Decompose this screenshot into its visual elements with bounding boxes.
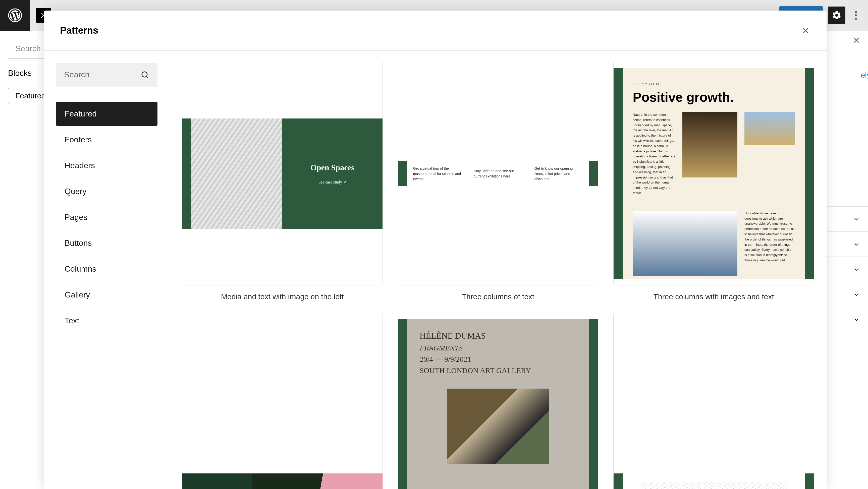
pattern-label: Three columns with images and text — [613, 292, 814, 301]
modal-title: Patterns — [60, 25, 98, 36]
pattern-preview-title: Open Spaces — [310, 163, 354, 172]
pattern-preview-text: Nature, in the common sense, refers to e… — [633, 112, 675, 196]
svg-line-17 — [147, 76, 149, 78]
pattern-card[interactable]: Get a virtual tour of the museum. Ideal … — [398, 62, 598, 301]
chevron-down-icon — [853, 266, 860, 273]
pattern-preview-link: See case study ↗ — [318, 180, 346, 185]
patterns-sidebar: Search FeaturedFootersHeadersQueryPagesB… — [44, 51, 169, 489]
modal-header: Patterns — [44, 10, 827, 51]
pattern-label: Media and text with image on the left — [182, 292, 383, 301]
accent-bar — [589, 161, 598, 186]
template-link[interactable]: ely — [861, 71, 868, 79]
pattern-preview-image — [633, 211, 737, 276]
svg-point-16 — [142, 72, 147, 77]
pattern-preview-text: SOUTH LONDON ART GALLERY — [420, 365, 577, 376]
pattern-preview-text: Undoubtedly we have no questions to ask … — [744, 211, 795, 276]
more-options-button[interactable] — [850, 9, 862, 21]
category-item[interactable]: Columns — [56, 257, 157, 281]
pattern-card[interactable]: Opening Party RSVP → — [182, 313, 383, 489]
pattern-preview-image — [252, 474, 382, 489]
category-item[interactable]: Gallery — [56, 283, 157, 307]
pattern-preview-text: Get a virtual tour of the museum. Ideal … — [407, 166, 468, 182]
chevron-down-icon — [853, 241, 860, 248]
chevron-down-icon — [853, 316, 860, 323]
patterns-modal: Patterns Search FeaturedFootersHeadersQu… — [44, 10, 827, 489]
pattern-preview-text: HÉLÈNE DUMAS — [420, 329, 577, 342]
chevron-down-icon — [853, 291, 860, 298]
category-item[interactable]: Featured — [56, 102, 157, 126]
pattern-card[interactable]: Open Spaces See case study ↗ Media and t… — [182, 62, 383, 301]
category-item[interactable]: Headers — [56, 153, 157, 178]
pattern-preview-text: Stay updated and see our current exhibit… — [468, 168, 528, 179]
pattern-label: Three columns of text — [398, 292, 598, 301]
settings-button[interactable] — [828, 6, 845, 24]
pattern-preview-image — [744, 112, 795, 145]
close-modal-button[interactable] — [801, 26, 810, 35]
pattern-preview-text: Get to know our opening times, ticket pr… — [528, 166, 589, 182]
chevron-down-icon — [853, 216, 860, 223]
category-item[interactable]: Query — [56, 179, 157, 204]
close-settings-icon[interactable] — [852, 36, 861, 45]
pattern-card[interactable]: ECOSYSTEM Positive growth. Nature, in th… — [613, 62, 814, 301]
svg-point-9 — [855, 11, 857, 13]
svg-point-11 — [855, 18, 857, 20]
pattern-preview-text: FRAGMENTS — [420, 342, 577, 353]
wordpress-logo[interactable] — [0, 0, 30, 31]
category-item[interactable]: Pages — [56, 205, 157, 229]
category-item[interactable]: Footers — [56, 128, 157, 152]
patterns-grid: Open Spaces See case study ↗ Media and t… — [169, 51, 827, 489]
pattern-preview-eyebrow: ECOSYSTEM — [633, 82, 795, 86]
pattern-preview-title: Positive growth. — [633, 90, 795, 105]
category-item[interactable]: Text — [56, 308, 157, 333]
category-item[interactable]: Buttons — [56, 231, 157, 255]
accent-bar — [398, 161, 407, 186]
search-icon — [141, 70, 149, 79]
pattern-preview-image — [447, 389, 549, 464]
pattern-preview-image — [182, 119, 282, 229]
pattern-preview-image — [641, 482, 786, 489]
pattern-preview-image — [682, 112, 737, 177]
pattern-card[interactable]: HÉLÈNE DUMAS FRAGMENTS 20/4 — 9/9/2021 S… — [398, 313, 598, 489]
pattern-card[interactable] — [613, 313, 814, 489]
svg-point-10 — [855, 14, 857, 16]
pattern-preview-text: 20/4 — 9/9/2021 — [420, 353, 577, 365]
patterns-search-input[interactable]: Search — [56, 63, 157, 87]
